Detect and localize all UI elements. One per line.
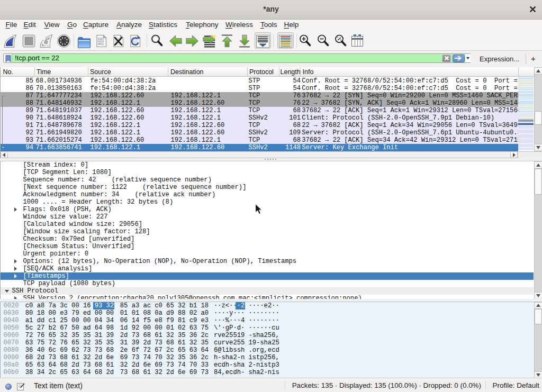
svg-text:0011: 0011: [98, 43, 104, 45]
